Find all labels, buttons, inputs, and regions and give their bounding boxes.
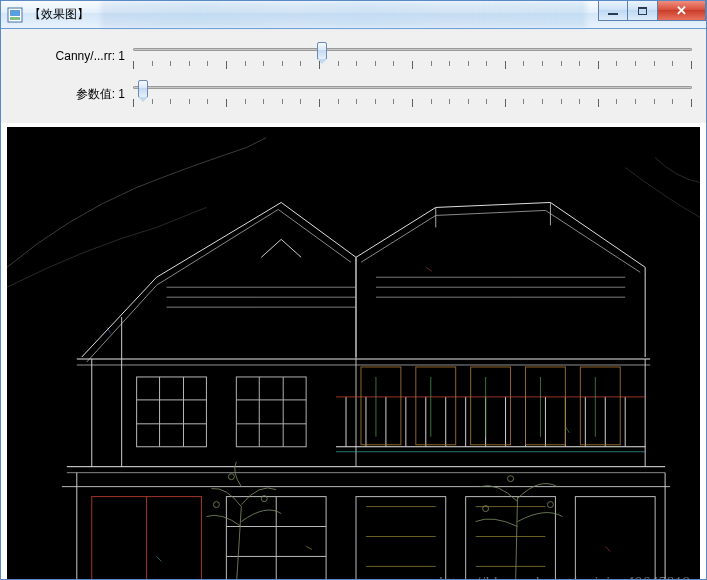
trackbar-label-canny: Canny/...rr: 1 <box>11 49 129 63</box>
app-icon <box>7 7 23 23</box>
title-bar: 【效果图】 ✕ <box>1 1 706 29</box>
trackbar-label-text: 参数值: <box>76 87 115 101</box>
trackbar-row-canny: Canny/...rr: 1 <box>11 39 696 73</box>
maximize-button[interactable] <box>628 1 658 21</box>
svg-rect-3 <box>7 128 700 580</box>
window-title: 【效果图】 <box>29 6 89 23</box>
trackbar-value: 1 <box>118 49 125 63</box>
maximize-icon <box>638 7 647 15</box>
edge-image <box>7 127 700 580</box>
trackbar-ticks <box>133 99 692 107</box>
trackbar-param[interactable] <box>129 79 696 109</box>
titlebar-toolbar-blur <box>101 1 586 28</box>
minimize-button[interactable] <box>598 1 628 21</box>
svg-rect-1 <box>10 10 20 16</box>
image-display: https://blog.csdn.net/weixin_40647819 <box>7 127 700 580</box>
svg-rect-2 <box>10 17 20 20</box>
minimize-icon <box>608 13 618 15</box>
trackbar-label-text: Canny/...rr: <box>56 49 115 63</box>
trackbar-thumb[interactable] <box>138 80 148 98</box>
trackbar-canny[interactable] <box>129 41 696 71</box>
trackbar-thumb[interactable] <box>317 42 327 60</box>
trackbar-groove <box>133 48 692 51</box>
window-buttons: ✕ <box>598 1 706 21</box>
trackbar-ticks <box>133 61 692 69</box>
close-icon: ✕ <box>676 4 687 17</box>
trackbar-label-param: 参数值: 1 <box>11 86 129 103</box>
close-button[interactable]: ✕ <box>658 1 706 21</box>
trackbar-groove <box>133 86 692 89</box>
controls-panel: Canny/...rr: 1 参数值: 1 <box>1 29 706 123</box>
trackbar-value: 1 <box>118 87 125 101</box>
trackbar-row-param: 参数值: 1 <box>11 77 696 111</box>
